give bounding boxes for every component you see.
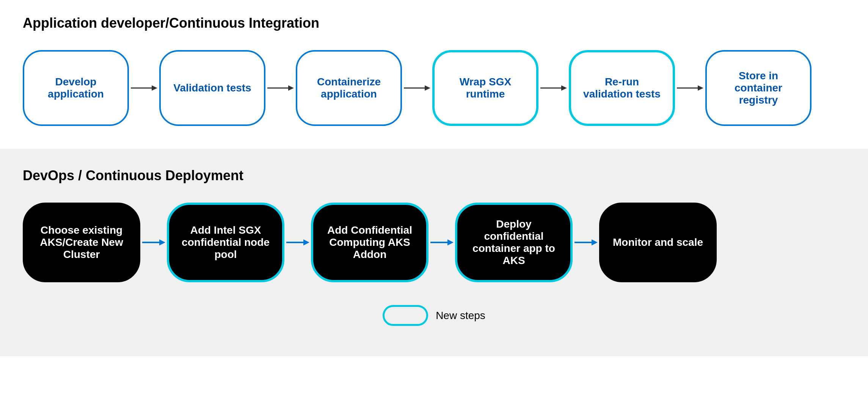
svg-marker-1 (152, 85, 157, 91)
arrow-b4 (573, 235, 599, 250)
arrow-2 (265, 80, 296, 96)
arrow-b1 (140, 235, 167, 250)
node-wrap-sgx: Wrap SGX runtime (432, 50, 538, 126)
bottom-title: DevOps / Continuous Deployment (23, 168, 845, 184)
arrow-4 (538, 80, 569, 96)
node-deploy-app: Deploy confidential container app to AKS (455, 203, 573, 282)
top-flow-row: Develop application Validation tests Con… (23, 50, 845, 126)
node-validation-tests: Validation tests (159, 50, 265, 126)
node-store-registry: Store in container registry (705, 50, 811, 126)
arrow-1 (129, 80, 159, 96)
svg-marker-5 (425, 85, 430, 91)
node-add-intel-sgx: Add Intel SGX confidential node pool (167, 203, 284, 282)
svg-marker-7 (561, 85, 567, 91)
svg-marker-15 (447, 239, 454, 245)
top-title: Application developer/Continuous Integra… (23, 15, 845, 31)
node-rerun-validation: Re-run validation tests (569, 50, 675, 126)
arrow-5 (675, 80, 705, 96)
legend: New steps (23, 305, 845, 326)
legend-label: New steps (436, 310, 485, 322)
svg-marker-3 (288, 85, 294, 91)
node-choose-cluster: Choose existing AKS/Create New Cluster (23, 203, 140, 282)
top-section: Application developer/Continuous Integra… (0, 0, 868, 149)
arrow-3 (402, 80, 432, 96)
node-add-cc-addon: Add Confidential Computing AKS Addon (311, 203, 429, 282)
svg-marker-13 (303, 239, 309, 245)
svg-marker-9 (698, 85, 703, 91)
node-monitor-scale: Monitor and scale (599, 203, 717, 282)
svg-marker-17 (592, 239, 598, 245)
bottom-section: DevOps / Continuous Deployment Choose ex… (0, 149, 868, 356)
arrow-b2 (284, 235, 311, 250)
bottom-flow-row: Choose existing AKS/Create New Cluster A… (23, 203, 845, 282)
arrow-b3 (429, 235, 455, 250)
node-develop-app: Develop application (23, 50, 129, 126)
svg-marker-11 (159, 239, 165, 245)
node-containerize-app: Containerize application (296, 50, 402, 126)
legend-shape (383, 305, 428, 326)
